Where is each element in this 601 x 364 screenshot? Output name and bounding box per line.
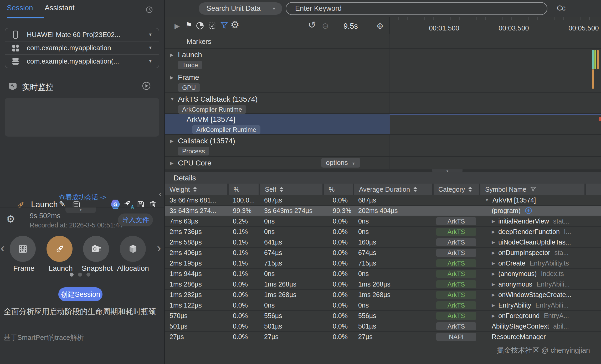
symbol-cell[interactable]: ▶ uiNodeCleanUpIdleTas...	[485, 237, 571, 247]
col-weight-pct[interactable]: %	[229, 184, 259, 195]
chevron-icon[interactable]: ▶	[492, 240, 495, 245]
col-self[interactable]: Self	[260, 184, 322, 195]
table-row[interactable]: 2ms 406µs 0.1% 674µs 0.0% 674µs ArkTS ▶ …	[165, 248, 601, 258]
track-frame[interactable]: ▶ Frame GPU	[165, 71, 601, 93]
reset-zoom-icon[interactable]: ↺	[308, 19, 316, 30]
drawer-handle[interactable]: ▼	[65, 207, 96, 213]
jump-to-source-icon[interactable]	[525, 207, 532, 214]
table-row[interactable]: 2ms 588µs 0.1% 641µs 0.0% 160µs ArkTS ▶ …	[165, 237, 601, 248]
scenario-snapshot[interactable]	[83, 236, 109, 262]
scenario-allocation[interactable]	[120, 236, 146, 262]
chevron-icon[interactable]: ▶	[492, 261, 495, 266]
chevron-icon[interactable]: ▶	[492, 313, 495, 318]
table-row[interactable]: 501µs 0.0% 501µs 0.0% 501µs ArkTS Abilit…	[165, 321, 601, 332]
history-icon[interactable]	[145, 6, 153, 14]
carousel-next-icon[interactable]: ›	[157, 241, 161, 255]
table-row[interactable]: 570µs 0.0% 556µs 0.0% 556µs ArkTS ▶ onFo…	[165, 311, 601, 321]
chevron-right-icon[interactable]: ▶	[170, 75, 173, 80]
timeline-ruler[interactable]: 00:01.500 00:03.500 00:05.500	[389, 17, 601, 34]
chevron-icon[interactable]: ▶	[492, 303, 495, 308]
match-case-toggle[interactable]: Cc	[557, 4, 566, 12]
chevron-right-icon[interactable]: ▶	[170, 160, 173, 166]
symbol-cell[interactable]: ▼ ArkVM [13574]	[485, 195, 536, 205]
chevron-right-icon[interactable]: ▶	[170, 138, 173, 144]
carousel-prev-icon[interactable]: ‹	[1, 241, 5, 255]
application-selector[interactable]: com.example.myapplication ▼	[5, 41, 159, 55]
zoom-out-icon[interactable]: ⊖	[322, 21, 329, 31]
chevron-right-icon[interactable]: ▶	[170, 52, 173, 58]
create-session-button[interactable]: 创建Session	[58, 287, 102, 301]
view-success-sessions-link[interactable]: 查看成功会话 ->	[0, 193, 165, 202]
table-row[interactable]: 27µs 0.0% 27µs 0.0% 27µs NAPI ResourceMa…	[165, 332, 601, 342]
table-row[interactable]: 1ms 286µs 0.0% 1ms 268µs 0.0% 1ms 268µs …	[165, 279, 601, 290]
table-row[interactable]: 1ms 944µs 0.1% 0ns 0.0% 0ns ArkTS ▶ (ano…	[165, 269, 601, 279]
gear-icon[interactable]: ⚙	[230, 19, 239, 30]
chevron-icon[interactable]: ▼	[485, 198, 489, 202]
device-selector[interactable]: HUAWEI Mate 60 Pro[23E02... ▼	[5, 28, 159, 41]
settings-gear-icon[interactable]: ⚙	[6, 213, 15, 225]
capture-region-icon[interactable]	[208, 22, 216, 30]
symbol-cell[interactable]: ▶ onForeground EntryA...	[485, 311, 569, 321]
col-symbol-name[interactable]: Symbol Name	[480, 184, 584, 195]
scenario-launch[interactable]	[47, 236, 73, 262]
chevron-down-icon[interactable]: ▼	[170, 97, 174, 102]
track-launch[interactable]: ▶ Launch Trace	[165, 49, 601, 71]
details-splitter[interactable]	[165, 169, 601, 172]
track-arkvm-selected[interactable]: ArkVM [13574] ArkCompiler Runtime	[165, 114, 601, 135]
track-callstack[interactable]: ▶ Callstack (13574) Process	[165, 135, 601, 157]
table-row[interactable]: 1ms 122µs 0.0% 0ns 0.0% 0ns ArkTS ▶ Entr…	[165, 300, 601, 311]
symbol-cell[interactable]: ▶ initialRenderView stat...	[485, 216, 569, 226]
scenario-frame[interactable]	[10, 236, 36, 262]
chevron-icon[interactable]: ▶	[492, 229, 495, 234]
chevron-icon[interactable]: ▶	[492, 219, 495, 224]
process-selector[interactable]: com.example.myapplication(... ▼	[5, 55, 159, 68]
timeline-selection-box[interactable]	[389, 114, 601, 134]
col-weight[interactable]: Weight	[165, 184, 227, 195]
symbol-cell[interactable]: ▶ EntryAbility EntryAbili...	[485, 300, 569, 310]
chevron-icon[interactable]: ▶	[492, 250, 495, 255]
col-average-duration[interactable]: Average Duration	[354, 184, 432, 195]
compass-record-icon[interactable]	[196, 22, 204, 30]
symbol-cell[interactable]: ResourceManager	[485, 332, 546, 342]
play-icon[interactable]: ▶	[174, 22, 180, 30]
symbol-cell[interactable]: ▶ deepRenderFunction I...	[485, 227, 571, 237]
tab-session[interactable]: Session	[7, 4, 33, 12]
sidebar-main-divider[interactable]	[164, 0, 165, 364]
chevron-icon[interactable]: ▶	[492, 292, 495, 297]
options-dropdown[interactable]: options▼	[321, 158, 360, 168]
table-row[interactable]: 3s 667ms 681... 100.0... 687µs 0.0% 687µ…	[165, 195, 601, 206]
tab-assistant[interactable]: Assistant	[45, 4, 75, 12]
filter-icon[interactable]	[530, 186, 536, 193]
symbol-cell[interactable]: AbilityStageContext abil...	[485, 321, 569, 331]
search-input[interactable]	[286, 2, 547, 15]
table-row[interactable]: 3s 643ms 274... 99.3% 3s 643ms 274µs 99.…	[165, 206, 601, 216]
chevron-icon[interactable]: ▶	[492, 282, 495, 287]
chevron-icon[interactable]: ▶	[492, 271, 495, 276]
symbol-cell[interactable]: ▶ onWindowStageCreate...	[485, 290, 571, 300]
table-row[interactable]: 7ms 63µs 0.2% 0ns 0.0% 0ns ArkTS ▶ initi…	[165, 216, 601, 227]
carousel-dot-1[interactable]	[70, 273, 74, 277]
symbol-cell[interactable]: (program)	[485, 206, 532, 216]
track-arkts-callstack[interactable]: ▼ ArkTS Callstack (13574) ArkCompiler Ru…	[165, 93, 601, 114]
table-row[interactable]: 2ms 736µs 0.1% 0ns 0.0% 0ns ArkTS ▶ deep…	[165, 227, 601, 237]
search-scope-dropdown[interactable]: Search Unit Data ▼	[199, 2, 282, 15]
symbol-cell[interactable]: ▶ (anonymous) Index.ts	[485, 269, 564, 279]
col-category[interactable]: Category	[434, 184, 479, 195]
play-circle-icon[interactable]	[142, 81, 151, 90]
collapse-sidebar-icon[interactable]: ‹	[159, 189, 162, 199]
flag-icon[interactable]: ⚑	[185, 20, 192, 30]
track-markers[interactable]: Markers	[165, 35, 601, 49]
carousel-dot-2[interactable]	[78, 273, 82, 277]
carousel-dot-3[interactable]	[86, 273, 90, 277]
symbol-cell[interactable]: ▶ anonymous EntryAbili...	[485, 279, 570, 289]
filter-icon[interactable]	[220, 21, 228, 30]
track-cpu-core[interactable]: ▶ CPU Core options▼	[165, 157, 601, 169]
table-row[interactable]: 1ms 282µs 0.0% 1ms 268µs 0.0% 1ms 268µs …	[165, 290, 601, 300]
import-file-button[interactable]: 导入文件	[118, 214, 153, 226]
zoom-in-icon[interactable]: ⊕	[377, 21, 383, 31]
symbol-cell[interactable]: ▶ onCreate EntryAbility.ts	[485, 258, 569, 268]
col-self-pct[interactable]: %	[324, 184, 353, 195]
session-card[interactable]: Launch ✎ G A	[5, 98, 159, 137]
table-row[interactable]: 2ms 195µs 0.1% 715µs 0.0% 715µs ArkTS ▶ …	[165, 258, 601, 269]
symbol-cell[interactable]: ▶ onDumpInspector sta...	[485, 248, 569, 258]
